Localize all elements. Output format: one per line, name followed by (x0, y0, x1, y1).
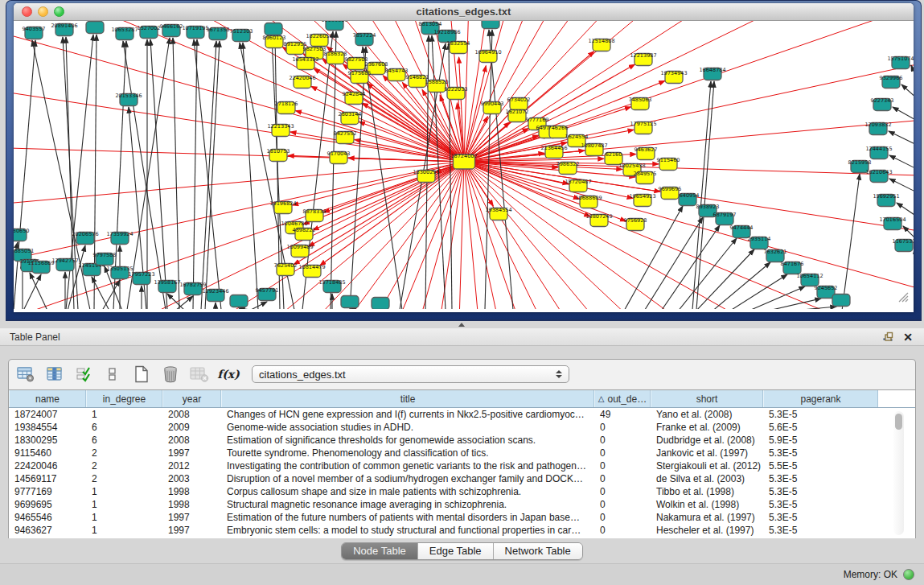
network-node[interactable]: 7986322 (556, 161, 580, 175)
network-node[interactable]: 9756928 (624, 217, 647, 231)
column-visibility-icon[interactable] (44, 365, 65, 384)
network-node[interactable]: 12923446 (202, 288, 228, 302)
close-window-button[interactable] (22, 6, 32, 17)
table-row[interactable]: 1938455462009Genome-wide association stu… (9, 421, 915, 434)
network-canvas[interactable]: 9403557208914061065328715270029466162107… (14, 21, 914, 312)
divider-handle-icon[interactable] (456, 322, 467, 328)
network-node[interactable]: 18226058 (306, 33, 332, 47)
network-node[interactable] (265, 23, 282, 35)
column-header-short[interactable]: short (651, 390, 763, 407)
network-node[interactable]: 16033809 (321, 21, 347, 31)
canvas-resize-grip[interactable] (899, 293, 908, 302)
network-node[interactable]: 8454743 (385, 68, 409, 81)
network-node[interactable]: 22420046 (289, 75, 315, 89)
table-row[interactable]: 1872400712008Changes of HCN gene express… (9, 408, 915, 421)
network-node[interactable]: 15807249 (585, 213, 612, 227)
network-node[interactable]: 9466162 (160, 23, 183, 37)
network-node[interactable]: 8878334 (303, 208, 326, 222)
network-node[interactable]: 10688609 (575, 195, 602, 208)
network-node[interactable]: 19654923 (629, 193, 655, 207)
split-divider[interactable] (0, 321, 924, 328)
table-row[interactable]: 1456911722003Disruption of a novel membe… (9, 472, 915, 485)
network-node[interactable]: 1527002 (138, 25, 161, 39)
network-node[interactable]: 1167533 (893, 238, 914, 252)
network-node[interactable]: 10807487 (581, 142, 607, 156)
network-node[interactable]: 9329966 (880, 75, 903, 89)
network-node[interactable]: 9797588 (93, 252, 117, 266)
network-node[interactable]: 7625402 (274, 262, 298, 276)
network-node[interactable]: 1810753 (267, 148, 290, 162)
network-node[interactable] (341, 296, 359, 308)
network-node[interactable]: 12942757 (51, 257, 78, 271)
column-header-pagerank[interactable]: pagerank (763, 390, 878, 407)
network-node[interactable]: 9699695 (659, 186, 682, 200)
close-panel-icon[interactable]: ✕ (903, 332, 913, 343)
network-node[interactable]: 10814479 (298, 264, 325, 278)
network-node[interactable]: 17359924 (106, 231, 133, 245)
network-node[interactable]: 7512303 (230, 28, 253, 42)
network-node[interactable]: 7857224 (353, 32, 376, 46)
network-node[interactable]: 17957223 (128, 271, 154, 285)
network-node[interactable]: 9170043 (327, 150, 351, 164)
network-node[interactable]: 2160650 (14, 228, 29, 241)
network-node[interactable]: 15751074 (887, 56, 914, 69)
table-row[interactable]: 977716911998Corpus callosum shape and si… (9, 485, 915, 498)
network-node[interactable] (372, 298, 389, 310)
table-options-icon[interactable] (15, 365, 36, 384)
float-panel-icon[interactable] (882, 332, 893, 343)
network-node[interactable]: 9403557 (23, 26, 46, 39)
network-node[interactable]: 16964910 (474, 49, 501, 63)
network-node[interactable]: 2849575 (634, 171, 657, 184)
network-node[interactable]: 9222033 (445, 86, 468, 100)
network-node[interactable]: 16648784 (699, 67, 725, 80)
network-node[interactable]: 20153346 (115, 93, 142, 106)
minimize-window-button[interactable] (38, 6, 48, 17)
network-node[interactable]: 9457791 (256, 287, 279, 301)
network-node[interactable]: 9463627 (634, 146, 658, 160)
network-node[interactable]: 9990443 (481, 101, 504, 114)
tab-edge-table[interactable]: Edge Table (418, 543, 494, 559)
network-node[interactable]: 16210643 (865, 169, 892, 183)
network-node[interactable] (832, 295, 850, 307)
network-node[interactable]: 8186328 (324, 51, 347, 64)
table-row[interactable]: 1830029562008Estimation of significance … (9, 434, 915, 447)
tab-node-table[interactable]: Node Table (342, 543, 418, 559)
network-node[interactable]: 2935114 (748, 236, 771, 249)
table-row[interactable]: 946554611997Estimation of the future num… (9, 511, 915, 524)
column-header-indegree[interactable]: in_degree (86, 390, 162, 407)
network-node[interactable]: 15692951 (873, 193, 899, 207)
network-node[interactable]: 4898222 (293, 227, 316, 241)
scrollbar-thumb[interactable] (895, 414, 902, 430)
table-row[interactable]: 946362711997Embryonic stem cells: a mode… (9, 524, 915, 537)
table-selector-dropdown[interactable]: citations_edges.txt (252, 365, 569, 383)
network-node[interactable]: 2803144 (339, 111, 362, 125)
network-node[interactable]: 20891406 (51, 23, 77, 36)
tab-network-table[interactable]: Network Table (494, 543, 582, 559)
network-node[interactable]: 8960123 (263, 35, 286, 48)
network-window-titlebar[interactable]: citations_edges.txt (14, 3, 914, 21)
network-node[interactable]: 9671358 (207, 27, 230, 40)
network-node[interactable]: 10719195 (182, 25, 208, 39)
row-height-icon[interactable] (102, 365, 123, 384)
network-node[interactable]: 9175685 (348, 70, 372, 84)
network-node[interactable]: 12213987 (630, 52, 656, 66)
network-node[interactable]: 2718126 (275, 101, 298, 114)
network-node[interactable]: 9242844 (343, 91, 366, 105)
network-node[interactable]: 13958167 (154, 279, 180, 293)
network-node[interactable]: 10653287 (111, 27, 138, 40)
network-graph[interactable]: 9403557208914061065328715270029466162107… (14, 21, 914, 309)
network-node[interactable]: 12093832 (864, 122, 891, 135)
column-header-year[interactable]: year (162, 390, 221, 407)
table-row[interactable]: 911546021997Tourette syndrome. Phenomeno… (9, 447, 915, 459)
network-node[interactable]: 1832554 (447, 40, 470, 54)
network-node[interactable] (230, 295, 248, 307)
table-vertical-scrollbar[interactable] (893, 411, 904, 535)
network-node[interactable]: 15718485 (318, 279, 345, 293)
network-node[interactable] (86, 22, 104, 34)
network-node[interactable]: 7485063 (629, 97, 652, 110)
network-node[interactable]: 8427552 (334, 130, 357, 144)
network-node[interactable]: 19196824 (269, 200, 296, 214)
column-header-outde[interactable]: △out_de… (594, 390, 651, 407)
network-node[interactable]: 19384554 (485, 207, 511, 220)
network-node[interactable]: 9115460 (657, 157, 680, 171)
